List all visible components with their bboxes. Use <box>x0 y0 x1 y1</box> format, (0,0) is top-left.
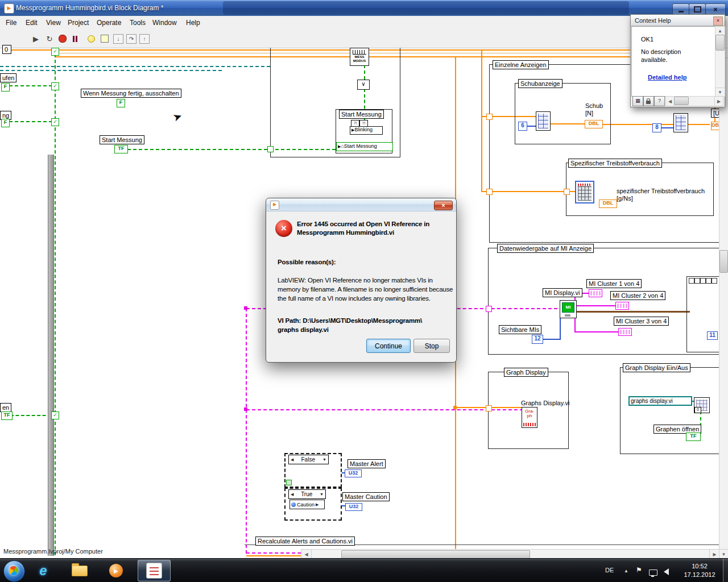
dialog-close-button[interactable]: × <box>434 201 453 210</box>
menu-view[interactable]: View <box>46 19 61 27</box>
u32-indicator[interactable]: U32 <box>345 469 362 477</box>
caution-enum-node[interactable]: Caution▶ <box>289 500 325 509</box>
taskbar-item-media-player[interactable]: ▶ <box>101 560 131 581</box>
menu-file[interactable]: File <box>6 19 16 27</box>
menu-window[interactable]: Window <box>152 19 177 27</box>
numeric-constant[interactable]: 11 <box>707 331 718 340</box>
divider-bar[interactable] <box>48 155 54 556</box>
taskbar-item-labview[interactable] <box>138 560 171 581</box>
wire <box>9 121 52 122</box>
action-center-icon[interactable]: ⚑ <box>636 566 642 574</box>
index-array-node[interactable] <box>673 113 688 132</box>
blinking-property-node[interactable]: ▶Blinking <box>350 126 383 135</box>
free-label: en <box>0 403 11 412</box>
v-scrollbar[interactable] <box>719 48 728 559</box>
taskbar-item-explorer[interactable] <box>65 560 94 581</box>
ch-scroll-down-button[interactable]: ▼ <box>715 88 725 97</box>
dbl-indicator[interactable]: DBL <box>585 120 603 128</box>
error-x-icon: × <box>281 223 287 234</box>
u32-indicator[interactable]: U32 <box>345 503 362 511</box>
or-gate-node[interactable]: ∨ <box>357 80 370 90</box>
context-help-close-button[interactable]: × <box>713 16 723 26</box>
show-desktop-button[interactable] <box>723 559 728 582</box>
mi-display-vi-node[interactable]: MI <box>560 300 577 318</box>
ch-scroll-left-button[interactable]: ◀ <box>665 96 675 106</box>
cluster-element <box>700 278 706 284</box>
vi-path-constant[interactable]: graphs display.vi <box>628 396 692 406</box>
boolean-constant[interactable]: TF <box>114 145 128 153</box>
menu-tools[interactable]: Tools <box>130 19 146 27</box>
start-button[interactable] <box>3 560 25 582</box>
minimize-button[interactable] <box>672 3 689 15</box>
spez-calc-node[interactable] <box>575 181 594 203</box>
menu-project[interactable]: Project <box>68 19 89 27</box>
numeric-constant[interactable]: 0 <box>2 45 11 54</box>
check-icon: ✓ <box>53 412 57 418</box>
unbundle-node[interactable] <box>589 289 602 297</box>
menu-operate[interactable]: Operate <box>97 19 121 27</box>
step-out-button[interactable]: ↑ <box>139 33 150 44</box>
v-scroll-thumb[interactable] <box>719 250 728 273</box>
language-indicator[interactable]: DE <box>605 567 614 573</box>
unbundle-node[interactable] <box>618 328 632 336</box>
continue-button[interactable]: Continue <box>366 339 411 353</box>
show-hidden-icons-button[interactable]: ▲ <box>624 568 628 573</box>
retain-wire-values-button[interactable] <box>99 33 110 44</box>
dbl-indicator[interactable]: DBL <box>599 199 617 208</box>
numeric-constant[interactable]: 8 <box>652 123 661 132</box>
case-selector-true[interactable]: ◀True▼ <box>288 489 326 499</box>
step-over-button[interactable]: ↷ <box>126 33 137 44</box>
lock-help-button[interactable] <box>643 96 654 106</box>
maximize-icon <box>694 6 701 13</box>
dropdown-icon[interactable]: ▼ <box>322 456 326 463</box>
indicator-label: Master Alert <box>348 459 386 468</box>
ch-scroll-thumb[interactable] <box>715 35 725 51</box>
network-icon[interactable] <box>649 569 657 576</box>
show-terminals-button[interactable]: ▦ <box>632 96 643 106</box>
close-button[interactable]: × <box>705 3 726 15</box>
abort-button[interactable] <box>57 33 68 44</box>
volume-icon[interactable] <box>664 568 669 575</box>
index-array-node[interactable] <box>536 111 551 131</box>
frame-label: Spezifischer Treibstoffverbrauch <box>568 159 662 168</box>
local-variable-node[interactable]: ▶⌂Start Messung <box>336 142 393 151</box>
taskbar-item-internet-explorer[interactable]: e <box>28 560 58 581</box>
mess-modus-node[interactable]: MESS MODUS <box>350 48 369 66</box>
numeric-constant[interactable]: 0 <box>694 407 701 413</box>
boolean-constant[interactable]: F <box>1 83 10 92</box>
unbundle-node[interactable] <box>615 302 629 310</box>
ch-scroll-up-button[interactable]: ▲ <box>715 26 725 35</box>
detailed-help-link[interactable]: Detailed help <box>648 74 686 81</box>
highlight-execution-button[interactable] <box>85 33 97 44</box>
ch-scroll-right-button[interactable]: ▶ <box>714 96 723 106</box>
taskbar-clock[interactable]: 10:52 17.12.2012 <box>680 562 719 579</box>
boolean-constant[interactable]: F <box>1 119 10 127</box>
graphs-display-vi-node[interactable]: Gra- ph <box>522 407 537 428</box>
menu-edit[interactable]: Edit <box>26 19 38 27</box>
numeric-constant[interactable]: 12 <box>532 335 543 344</box>
prev-case-icon[interactable]: ◀ <box>291 456 293 463</box>
run-button[interactable]: ▶ <box>30 33 42 44</box>
dropdown-icon[interactable]: ▼ <box>320 490 324 498</box>
menu-help[interactable]: Help <box>186 19 200 27</box>
context-help-titlebar[interactable]: Context Help <box>631 15 725 26</box>
maximize-button[interactable] <box>689 3 706 15</box>
run-continuous-button[interactable]: ↻ <box>44 33 55 44</box>
numeric-constant[interactable]: 6 <box>518 122 527 131</box>
window-titlebar[interactable]: ▶ Messprogramm Hummingbird.vi Block Diag… <box>0 0 728 16</box>
case-selector-false[interactable]: ◀False▼ <box>288 455 329 464</box>
pause-button[interactable] <box>69 33 81 44</box>
boolean-constant[interactable]: TF <box>686 433 701 441</box>
boolean-constant[interactable]: TF <box>1 411 13 420</box>
h-scroll-thumb[interactable] <box>341 550 530 559</box>
terminals-icon: ▦ <box>635 98 640 103</box>
step-into-button[interactable]: ↓ <box>113 33 124 44</box>
dialog-titlebar[interactable] <box>266 198 456 211</box>
ch-h-scroll-thumb[interactable] <box>674 97 689 105</box>
internet-explorer-icon: e <box>39 563 47 579</box>
scroll-up-icon: ▲ <box>718 28 722 34</box>
prev-case-icon[interactable]: ◀ <box>291 490 293 498</box>
boolean-constant[interactable]: F <box>117 99 125 107</box>
stop-button[interactable]: Stop <box>413 339 450 353</box>
more-help-button[interactable]: ? <box>654 96 665 106</box>
